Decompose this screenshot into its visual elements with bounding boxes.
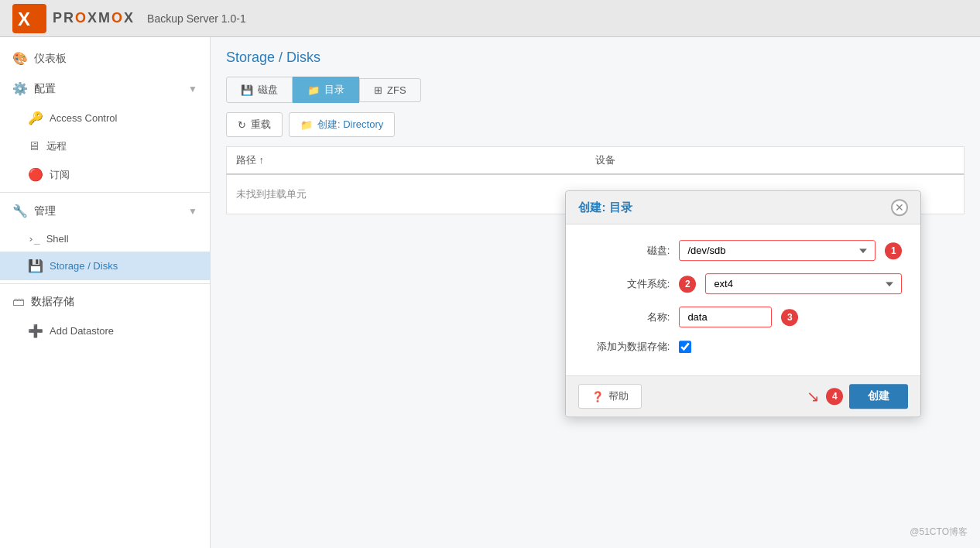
reload-button[interactable]: ↻ 重载 [226,112,283,137]
disk-tab-icon: 💾 [241,84,253,96]
sidebar-item-config[interactable]: ⚙️ 配置 ▼ [0,74,210,104]
create-button[interactable]: 创建 [849,384,908,409]
grid-icon: ⊞ [374,84,382,96]
sidebar-item-remote[interactable]: 🖥 远程 [0,132,210,160]
form-row-filesystem: 文件系统: 2 ext4 xfs btrfs [584,273,902,294]
sidebar-label-shell: Shell [46,233,69,245]
folder-icon: 📁 [307,84,320,96]
name-input[interactable] [679,307,772,327]
sidebar-item-add-datastore[interactable]: ➕ Add Datastore [0,317,210,345]
disk-label: 磁盘: [584,244,670,258]
subscription-icon: 🔴 [28,167,43,182]
sidebar-item-access-control[interactable]: 🔑 Access Control [0,104,210,132]
tab-disk-label: 磁盘 [258,83,278,97]
step-arrow-4: ↘ [807,387,820,406]
terminal-icon: ›_ [28,233,40,245]
help-button[interactable]: ❓ 帮助 [578,384,642,409]
sidebar-label-dashboard: 仪表板 [34,52,67,66]
reload-icon: ↻ [238,119,246,131]
create-directory-button[interactable]: 📁 创建: Directory [289,112,395,137]
sidebar: 🎨 仪表板 ⚙️ 配置 ▼ 🔑 Access Control 🖥 远程 🔴 订阅… [0,37,211,548]
sidebar-label-manage: 管理 [34,204,56,218]
col-device: 设备 [595,153,954,167]
chevron-down-icon-2: ▼ [188,206,197,217]
dialog-header: 创建: 目录 ✕ [566,191,920,224]
tab-zfs-label: ZFS [387,84,406,96]
sidebar-item-dashboard[interactable]: 🎨 仪表板 [0,43,210,74]
logo-area: X PROXMOX Backup Server 1.0-1 [12,4,246,33]
create-directory-dialog: 创建: 目录 ✕ 磁盘: /dev/sdb /dev/sda 1 文件系统: 2 [565,190,921,417]
table-header: 路径 ↑ 设备 [226,146,965,175]
step-badge-4: 4 [826,388,843,405]
wrench-icon: 🔧 [12,204,28,218]
sidebar-item-shell[interactable]: ›_ Shell [0,226,210,252]
tab-directory[interactable]: 📁 目录 [293,77,359,103]
brand-text: PROXMOX [53,10,135,26]
sidebar-label-storage-disks: Storage / Disks [50,260,118,272]
sidebar-label-datastore: 数据存储 [31,295,74,309]
help-icon: ❓ [591,391,604,402]
form-row-add-datastore: 添加为数据存储: [584,340,902,354]
sidebar-label-config: 配置 [34,82,56,96]
name-label: 名称: [584,310,670,324]
create-icon: 📁 [300,119,313,131]
remote-icon: 🖥 [28,139,40,153]
step-badge-1: 1 [885,242,902,259]
form-row-name: 名称: 3 [584,307,902,327]
filesystem-label: 文件系统: [584,277,670,291]
add-datastore-label: 添加为数据存储: [584,340,670,354]
tab-disk[interactable]: 💾 磁盘 [226,77,293,103]
create-label: 创建: Directory [317,118,383,132]
dialog-title: 创建: 目录 [578,200,632,215]
proxmox-logo-icon: X [12,4,46,33]
dialog-footer: ❓ 帮助 ↘ 4 创建 [566,375,920,416]
disk-icon: 💾 [28,259,43,273]
content-area: Storage / Disks 💾 磁盘 📁 目录 ⊞ ZFS ↻ 重载 [211,37,980,548]
sidebar-item-storage-disks[interactable]: 💾 Storage / Disks [0,252,210,280]
reload-label: 重载 [251,118,271,132]
sidebar-divider-1 [0,192,210,193]
disk-select[interactable]: /dev/sdb /dev/sda [679,240,875,261]
breadcrumb: Storage / Disks [226,50,965,66]
sidebar-label-subscription: 订阅 [50,168,70,182]
chevron-down-icon: ▼ [188,84,197,94]
tab-zfs[interactable]: ⊞ ZFS [359,78,421,102]
app-title: Backup Server 1.0-1 [147,12,246,25]
sidebar-item-datastore[interactable]: 🗃 数据存储 [0,287,210,317]
tabs-bar: 💾 磁盘 📁 目录 ⊞ ZFS [226,77,965,103]
add-datastore-checkbox[interactable] [679,341,691,353]
gear-icon: ⚙️ [12,81,28,96]
app-header: X PROXMOX Backup Server 1.0-1 [0,0,980,37]
sidebar-divider-2 [0,283,210,284]
main-layout: 🎨 仪表板 ⚙️ 配置 ▼ 🔑 Access Control 🖥 远程 🔴 订阅… [0,37,980,548]
datastore-icon: 🗃 [12,295,25,309]
form-row-disk: 磁盘: /dev/sdb /dev/sda 1 [584,240,902,261]
dashboard-icon: 🎨 [12,51,28,66]
help-label: 帮助 [608,389,629,403]
create-area: ↘ 4 创建 [807,384,908,409]
dialog-body: 磁盘: /dev/sdb /dev/sda 1 文件系统: 2 ext4 xfs… [566,224,920,375]
filesystem-select[interactable]: ext4 xfs btrfs [705,273,902,294]
sidebar-label-add-datastore: Add Datastore [50,325,114,337]
sidebar-label-remote: 远程 [46,139,67,153]
step-badge-2: 2 [679,276,696,293]
dialog-close-button[interactable]: ✕ [891,199,908,216]
sidebar-item-manage[interactable]: 🔧 管理 ▼ [0,196,210,226]
svg-text:X: X [18,9,30,29]
tab-directory-label: 目录 [324,83,344,97]
toolbar: ↻ 重载 📁 创建: Directory [226,112,965,137]
add-icon: ➕ [28,324,43,338]
watermark: @51CTO博客 [910,526,968,539]
step-badge-3: 3 [781,309,798,326]
col-path: 路径 ↑ [236,153,595,167]
sidebar-label-access-control: Access Control [50,112,117,124]
key-icon: 🔑 [28,111,43,125]
sidebar-item-subscription[interactable]: 🔴 订阅 [0,160,210,189]
